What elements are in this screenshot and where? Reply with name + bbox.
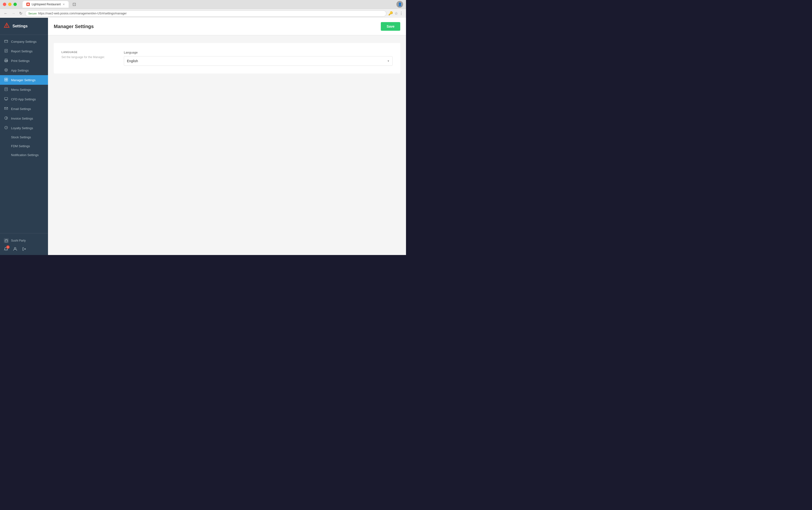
cfd-icon	[4, 97, 8, 101]
sidebar-item-label: CFD App Settings	[11, 97, 36, 101]
browser-titlebar: Lightspeed Restaurant ✕ ⊡ 👤	[0, 0, 406, 9]
section-label: LANGUAGE	[61, 51, 114, 54]
sidebar-title: Settings	[12, 24, 28, 28]
sidebar-item-label: Print Settings	[11, 59, 30, 63]
menu-icon[interactable]: ⋮	[399, 11, 403, 16]
sidebar-item-label: Notification Settings	[11, 153, 39, 157]
sidebar-item-notification[interactable]: Notification Settings	[0, 150, 48, 160]
save-button[interactable]: Save	[381, 22, 400, 31]
app-container: Settings Company Settings Report Setting…	[0, 18, 406, 255]
sidebar-item-label: App Settings	[11, 69, 29, 72]
sidebar-item-report[interactable]: Report Settings	[0, 46, 48, 56]
svg-point-0	[27, 3, 29, 5]
sidebar-item-label: Menu Settings	[11, 88, 31, 91]
sidebar-bottom-actions: 1	[4, 245, 44, 252]
svg-rect-19	[6, 80, 8, 81]
sidebar-item-company[interactable]: Company Settings	[0, 37, 48, 46]
svg-rect-10	[5, 59, 7, 60]
svg-rect-16	[5, 78, 6, 80]
tab-title: Lightspeed Restaurant	[32, 3, 61, 6]
section-row: LANGUAGE Set the language for the Manage…	[61, 51, 393, 66]
section-label-column: LANGUAGE Set the language for the Manage…	[61, 51, 114, 66]
menu-settings-icon	[4, 87, 8, 92]
sidebar-header: Settings	[0, 18, 48, 35]
logout-button[interactable]	[22, 247, 26, 252]
sidebar-item-label: Stock Settings	[11, 135, 31, 139]
sidebar-item-label: Report Settings	[11, 50, 33, 53]
notification-button[interactable]: 1	[4, 247, 8, 252]
page-title: Manager Settings	[54, 24, 94, 29]
new-tab-button[interactable]: ⊡	[70, 2, 78, 7]
sidebar-item-loyalty[interactable]: ? Loyalty Settings	[0, 123, 48, 133]
secure-label: Secure	[28, 12, 37, 15]
sidebar-nav: Company Settings Report Settings Print S…	[0, 35, 48, 233]
field-label: Language	[124, 51, 393, 54]
sidebar-item-manager[interactable]: Manager Settings	[0, 75, 48, 85]
section-field-column: Language English French German Spanish D…	[124, 51, 393, 66]
browser-profile-button[interactable]: 👤	[396, 1, 403, 8]
sidebar-item-email[interactable]: Email Settings	[0, 104, 48, 114]
sidebar-store[interactable]: Sushi Party	[4, 236, 44, 245]
svg-point-35	[14, 248, 16, 249]
browser-maximize-dot[interactable]	[13, 3, 17, 6]
tab-favicon	[26, 3, 30, 6]
main-content: Manager Settings Save LANGUAGE Set the l…	[48, 18, 406, 255]
sidebar-item-fdm[interactable]: FDM Settings	[0, 142, 48, 150]
sidebar-footer: Sushi Party 1	[0, 233, 48, 255]
store-icon	[4, 238, 9, 243]
app-logo	[4, 23, 9, 30]
sidebar: Settings Company Settings Report Setting…	[0, 18, 48, 255]
sidebar-item-label: Email Settings	[11, 107, 31, 111]
section-description: Set the language for the Manager.	[61, 55, 114, 59]
browser-minimize-dot[interactable]	[8, 3, 11, 6]
browser-tab[interactable]: Lightspeed Restaurant ✕	[23, 1, 69, 8]
email-icon	[4, 107, 8, 111]
key-icon: 🔑	[388, 11, 393, 16]
svg-rect-17	[6, 78, 8, 80]
svg-text:?: ?	[5, 126, 6, 129]
url-box[interactable]: Secure https://nae2-web.posios.com/manag…	[25, 10, 386, 17]
svg-point-15	[5, 69, 7, 70]
sidebar-item-invoice[interactable]: Invoice Settings	[0, 114, 48, 123]
loyalty-icon: ?	[4, 126, 8, 130]
sidebar-item-app[interactable]: App Settings	[0, 65, 48, 75]
svg-rect-33	[5, 240, 8, 242]
refresh-button[interactable]: ↻	[18, 10, 23, 17]
browser-urlbar: ← → ↻ Secure https://nae2-web.posios.com…	[0, 9, 406, 18]
forward-button[interactable]: →	[10, 10, 16, 17]
sidebar-item-label: Invoice Settings	[11, 117, 33, 120]
svg-point-13	[7, 60, 7, 61]
company-icon	[4, 39, 8, 44]
back-button[interactable]: ←	[3, 10, 9, 17]
svg-rect-4	[5, 40, 8, 42]
browser-close-dot[interactable]	[3, 3, 6, 6]
svg-rect-18	[5, 80, 6, 81]
sidebar-item-label: Company Settings	[11, 40, 36, 44]
svg-point-3	[6, 26, 7, 27]
app-icon	[4, 68, 8, 73]
report-icon	[4, 49, 8, 53]
sidebar-item-menu[interactable]: Menu Settings	[0, 85, 48, 94]
language-select-wrapper: English French German Spanish Dutch Port…	[124, 56, 393, 66]
main-header: Manager Settings Save	[48, 18, 406, 35]
url-text: https://nae2-web.posios.com/management/e…	[38, 12, 127, 15]
language-select[interactable]: English French German Spanish Dutch Port…	[124, 56, 393, 66]
svg-point-14	[5, 69, 7, 72]
print-icon	[4, 59, 8, 63]
sidebar-item-cfd[interactable]: CFD App Settings	[0, 94, 48, 104]
sidebar-item-print[interactable]: Print Settings	[0, 56, 48, 65]
tab-close-button[interactable]: ✕	[63, 3, 65, 6]
language-settings-section: LANGUAGE Set the language for the Manage…	[54, 43, 400, 74]
sidebar-item-label: Manager Settings	[11, 78, 35, 82]
main-body: LANGUAGE Set the language for the Manage…	[48, 35, 406, 255]
store-name: Sushi Party	[11, 239, 26, 242]
manager-icon	[4, 78, 8, 82]
browser-chrome: Lightspeed Restaurant ✕ ⊡ 👤 ← → ↻ Secure…	[0, 0, 406, 18]
svg-rect-23	[5, 97, 8, 100]
browser-action-buttons: 🔑 ☆ ⋮	[388, 11, 403, 16]
sidebar-item-stock[interactable]: Stock Settings	[0, 133, 48, 142]
user-button[interactable]	[13, 247, 17, 252]
notification-badge: 1	[6, 246, 9, 249]
bookmark-icon[interactable]: ☆	[394, 11, 398, 16]
invoice-icon	[4, 116, 8, 120]
